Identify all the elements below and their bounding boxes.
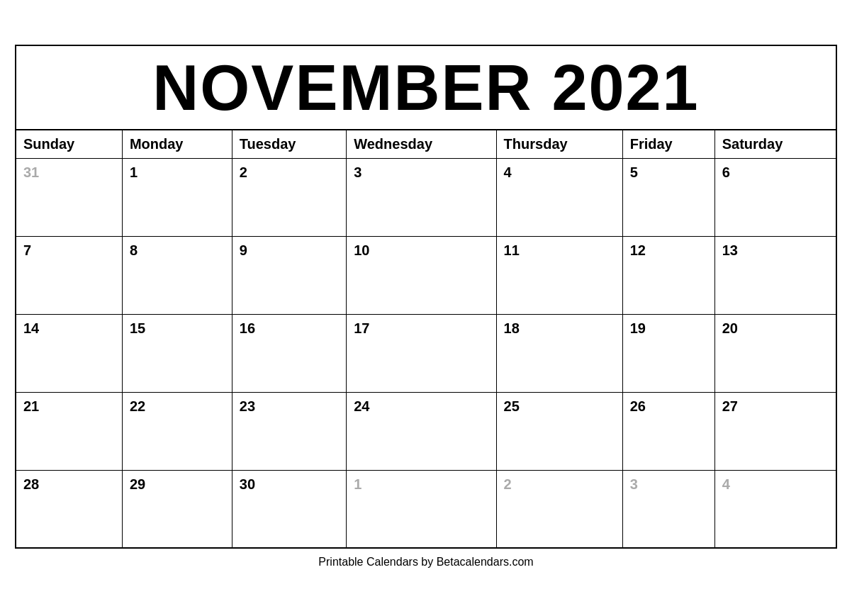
calendar-cell-w4d6: 26 [622,392,714,470]
calendar-cell-w3d3: 16 [232,314,346,392]
week-row-1: 31123456 [16,158,836,236]
calendar-cell-w1d7: 6 [714,158,836,236]
calendar-cell-w4d7: 27 [714,392,836,470]
calendar-cell-w2d4: 10 [347,236,496,314]
calendar-cell-w3d7: 20 [714,314,836,392]
calendar-cell-w2d6: 12 [622,236,714,314]
calendar-cell-w5d3: 30 [232,470,346,548]
calendar-cell-w1d3: 2 [232,158,346,236]
calendar-cell-w2d2: 8 [122,236,232,314]
calendar-cell-w4d5: 25 [496,392,622,470]
calendar-table: SundayMondayTuesdayWednesdayThursdayFrid… [15,129,837,549]
calendar-cell-w5d1: 28 [16,470,122,548]
week-row-5: 2829301234 [16,470,836,548]
calendar-cell-w2d3: 9 [232,236,346,314]
calendar-cell-w1d1: 31 [16,158,122,236]
header-monday: Monday [122,130,232,159]
week-row-2: 78910111213 [16,236,836,314]
calendar-cell-w3d5: 18 [496,314,622,392]
calendar-cell-w4d4: 24 [347,392,496,470]
header-tuesday: Tuesday [232,130,346,159]
calendar-cell-w4d1: 21 [16,392,122,470]
calendar-cell-w2d1: 7 [16,236,122,314]
calendar-cell-w3d6: 19 [622,314,714,392]
week-row-4: 21222324252627 [16,392,836,470]
header-wednesday: Wednesday [347,130,496,159]
calendar-title: NOVEMBER 2021 [15,45,837,129]
week-row-3: 14151617181920 [16,314,836,392]
footer-text: Printable Calendars by Betacalendars.com [15,549,837,571]
header-thursday: Thursday [496,130,622,159]
calendar-cell-w1d6: 5 [622,158,714,236]
calendar-cell-w1d2: 1 [122,158,232,236]
calendar-cell-w2d7: 13 [714,236,836,314]
header-friday: Friday [622,130,714,159]
calendar-wrapper: NOVEMBER 2021 SundayMondayTuesdayWednesd… [15,45,837,572]
calendar-cell-w4d3: 23 [232,392,346,470]
calendar-cell-w1d5: 4 [496,158,622,236]
calendar-cell-w2d5: 11 [496,236,622,314]
calendar-cell-w5d6: 3 [622,470,714,548]
calendar-cell-w1d4: 3 [347,158,496,236]
calendar-cell-w5d5: 2 [496,470,622,548]
calendar-cell-w5d7: 4 [714,470,836,548]
header-saturday: Saturday [714,130,836,159]
calendar-cell-w3d1: 14 [16,314,122,392]
calendar-cell-w4d2: 22 [122,392,232,470]
calendar-cell-w3d4: 17 [347,314,496,392]
calendar-cell-w5d4: 1 [347,470,496,548]
calendar-cell-w3d2: 15 [122,314,232,392]
header-row: SundayMondayTuesdayWednesdayThursdayFrid… [16,130,836,159]
calendar-cell-w5d2: 29 [122,470,232,548]
header-sunday: Sunday [16,130,122,159]
